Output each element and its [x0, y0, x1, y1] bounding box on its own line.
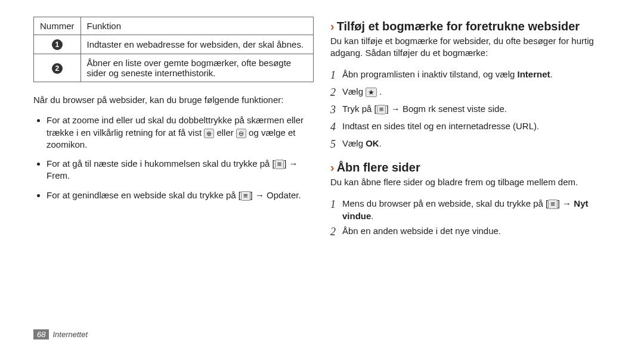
- menu-icon: [377, 105, 386, 114]
- bookmark-steps: 1 Åbn programlisten i inaktiv tilstand, …: [330, 68, 611, 152]
- chevron-icon: ›: [330, 20, 335, 33]
- functions-list: For at zoome ind eller ud skal du dobbel…: [33, 114, 314, 201]
- list-item: For at gå til næste side i hukommelsen s…: [47, 158, 314, 182]
- step-number: 2: [330, 225, 342, 239]
- page-number: 68: [33, 329, 49, 339]
- step-text: Vælg OK.: [342, 137, 611, 149]
- row1-badge: 1: [52, 39, 63, 50]
- bookmark-heading: ›Tilføj et bogmærke for foretrukne websi…: [330, 19, 611, 34]
- functions-intro: Når du browser på websider, kan du bruge…: [33, 94, 314, 106]
- step: 1 Mens du browser på en webside, skal du…: [330, 197, 611, 222]
- step-number: 3: [330, 102, 342, 117]
- menu-icon: [275, 160, 284, 169]
- list-item: For at zoome ind eller ud skal du dobbel…: [47, 114, 314, 151]
- pages-steps: 1 Mens du browser på en webside, skal du…: [330, 197, 611, 239]
- step-number: 4: [330, 120, 342, 135]
- step-text: Indtast en sides titel og en internetadr…: [342, 120, 611, 132]
- row2-text: Åbner en liste over gemte bogmærker, oft…: [80, 54, 313, 82]
- step-text: Vælg .: [342, 85, 611, 98]
- table-row: 1 Indtaster en webadresse for websiden, …: [34, 35, 314, 54]
- step-text: Åbn en anden webside i det nye vindue.: [342, 225, 611, 237]
- step-number: 2: [330, 85, 342, 100]
- pages-desc: Du kan åbne flere sider og bladre frem o…: [330, 176, 611, 188]
- footer-section: Internettet: [52, 330, 88, 339]
- row1-text: Indtaster en webadresse for websiden, de…: [80, 35, 313, 54]
- step: 1 Åbn programlisten i inaktiv tilstand, …: [330, 68, 611, 83]
- menu-icon: [548, 200, 558, 209]
- step: 3 Tryk på [] → Bogm rk senest viste side…: [330, 102, 611, 117]
- left-column: Nummer Funktion 1 Indtaster en webadress…: [33, 17, 314, 248]
- step-text: Åbn programlisten i inaktiv tilstand, og…: [342, 68, 611, 80]
- step-text: Mens du browser på en webside, skal du t…: [342, 197, 611, 222]
- step: 4 Indtast en sides titel og en interneta…: [330, 120, 611, 135]
- th-function: Funktion: [80, 17, 313, 35]
- step-number: 1: [330, 197, 342, 212]
- table-row: 2 Åbner en liste over gemte bogmærker, o…: [34, 54, 314, 82]
- bookmark-desc: Du kan tilføje et bogmærke for websider,…: [330, 35, 611, 60]
- function-table: Nummer Funktion 1 Indtaster en webadress…: [33, 17, 314, 82]
- menu-icon: [241, 191, 250, 201]
- step-number: 1: [330, 68, 342, 83]
- step: 2 Vælg .: [330, 85, 611, 100]
- list-item: For at genindlæse en webside skal du try…: [47, 189, 314, 201]
- step: 5 Vælg OK.: [330, 137, 611, 152]
- step: 2 Åbn en anden webside i det nye vindue.: [330, 225, 611, 239]
- th-number: Nummer: [34, 17, 81, 35]
- pages-heading: ›Åbn flere sider: [330, 160, 611, 175]
- zoom-in-icon: [204, 129, 214, 138]
- chevron-icon: ›: [330, 161, 335, 174]
- row2-badge: 2: [52, 63, 63, 74]
- page-footer: 68Internettet: [33, 329, 88, 339]
- star-icon: [366, 88, 377, 97]
- step-number: 5: [330, 137, 342, 152]
- step-text: Tryk på [] → Bogm rk senest viste side.: [342, 102, 611, 115]
- right-column: ›Tilføj et bogmærke for foretrukne websi…: [330, 17, 611, 248]
- zoom-out-icon: [236, 129, 246, 138]
